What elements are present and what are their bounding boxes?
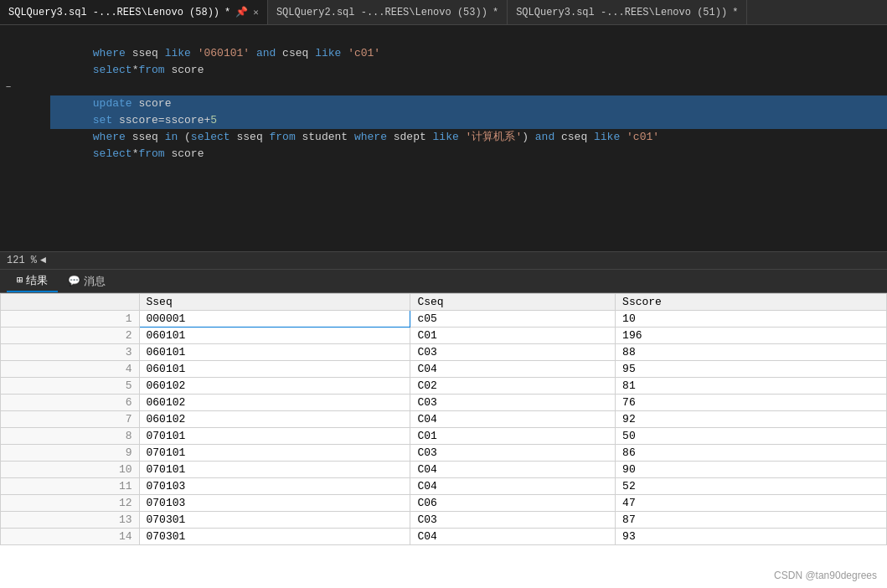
- data-cell: C04: [410, 478, 616, 495]
- data-cell: C04: [410, 411, 616, 428]
- message-icon: 💬: [68, 275, 80, 287]
- line-num-blank4: [17, 79, 44, 95]
- data-cell: 070101: [139, 445, 410, 462]
- row-number-cell: 10: [1, 462, 140, 478]
- table-row[interactable]: 3060101C0388: [1, 344, 887, 361]
- keyword-like2: like: [315, 47, 341, 59]
- table-row[interactable]: 7060102C0492: [1, 411, 887, 428]
- data-cell: 060102: [139, 378, 410, 395]
- data-cell: 86: [616, 445, 887, 462]
- zoom-bar: 121 % ◄: [0, 251, 887, 270]
- data-cell: 47: [616, 495, 887, 512]
- tab-sqlquery3-58[interactable]: SQLQuery3.sql -...REES\Lenovo (58)) * 📌 …: [0, 0, 268, 24]
- tab-messages[interactable]: 💬 消息: [58, 270, 116, 292]
- data-cell: C03: [410, 395, 616, 411]
- table-row[interactable]: 11070103C0452: [1, 478, 887, 495]
- tab-close-button[interactable]: ✕: [253, 7, 259, 18]
- data-cell: 070301: [139, 529, 410, 545]
- tab-sqlquery3-51[interactable]: SQLQuery3.sql -...REES\Lenovo (51)) *: [508, 0, 747, 24]
- num-5: 5: [210, 114, 217, 126]
- gutter-line-7: [0, 129, 17, 146]
- line-numbers: [17, 28, 50, 248]
- data-cell: 76: [616, 395, 887, 411]
- tab-bar: SQLQuery3.sql -...REES\Lenovo (58)) * 📌 …: [0, 0, 887, 25]
- data-cell: 196: [616, 328, 887, 344]
- line-num-blank6: [17, 112, 44, 129]
- row-number-cell: 12: [1, 495, 140, 512]
- keyword-set: set: [93, 114, 112, 126]
- scroll-left-button[interactable]: ◄: [40, 255, 46, 266]
- string-c01: 'c01': [348, 47, 380, 59]
- data-cell: 070301: [139, 512, 410, 529]
- table-row[interactable]: 8070101C0150: [1, 428, 887, 445]
- data-cell: C04: [410, 462, 616, 478]
- col-header-rownum: [1, 294, 140, 311]
- keyword-like4: like: [594, 131, 620, 143]
- gutter-collapse-icon[interactable]: −: [0, 79, 17, 95]
- data-cell: 10: [616, 311, 887, 328]
- data-cell: C03: [410, 445, 616, 462]
- data-cell: C04: [410, 361, 616, 378]
- code-line-5: set sscore=sscore+5: [50, 95, 887, 112]
- watermark: CSDN @tan90degrees: [774, 570, 877, 581]
- keyword-from3: from: [138, 147, 164, 160]
- data-cell: 92: [616, 411, 887, 428]
- keyword-from2: from: [269, 131, 295, 143]
- data-cell: 95: [616, 361, 887, 378]
- tab-label: SQLQuery2.sql -...REES\Lenovo (53)): [276, 7, 487, 18]
- line-num-blank5: [17, 95, 44, 112]
- tab-modified-icon: *: [224, 7, 230, 18]
- row-number-cell: 5: [1, 378, 140, 395]
- data-cell: 50: [616, 428, 887, 445]
- data-cell: C03: [410, 344, 616, 361]
- table-row[interactable]: 14070301C0493: [1, 529, 887, 545]
- results-section[interactable]: Sseq Cseq Sscore 1000001c05102060101C011…: [0, 293, 887, 588]
- table-row[interactable]: 6060102C0376: [1, 395, 887, 411]
- data-cell: C03: [410, 512, 616, 529]
- table-row[interactable]: 10070101C0490: [1, 462, 887, 478]
- row-number-cell: 4: [1, 361, 140, 378]
- table-row[interactable]: 4060101C0495: [1, 361, 887, 378]
- table-row[interactable]: 5060102C0281: [1, 378, 887, 395]
- data-cell: 90: [616, 462, 887, 478]
- tab-pin-icon[interactable]: 📌: [235, 6, 248, 18]
- gutter-line-6: [0, 112, 17, 129]
- code-editor[interactable]: where sseq like '060101' and cseq like '…: [50, 28, 887, 248]
- table-row[interactable]: 12070103C0647: [1, 495, 887, 512]
- data-cell: C06: [410, 495, 616, 512]
- row-number-cell: 3: [1, 344, 140, 361]
- tab-results[interactable]: ⊞ 结果: [7, 270, 58, 292]
- data-cell: 070103: [139, 478, 410, 495]
- tab-sqlquery2-53[interactable]: SQLQuery2.sql -...REES\Lenovo (53)) *: [268, 0, 508, 24]
- line-num-blank7: [17, 129, 44, 146]
- table-row[interactable]: 13070301C0387: [1, 512, 887, 529]
- code-line-4: update score: [50, 79, 887, 95]
- row-number-cell: 9: [1, 445, 140, 462]
- keyword-update: update: [93, 97, 132, 110]
- data-cell: 87: [616, 512, 887, 529]
- keyword-select3: select: [93, 147, 132, 160]
- col-header-cseq: Cseq: [410, 294, 616, 311]
- data-cell: 070101: [139, 462, 410, 478]
- data-cell: 000001: [139, 311, 410, 328]
- line-num-blank1: [17, 28, 44, 45]
- table-body: 1000001c05102060101C011963060101C0388406…: [1, 311, 887, 545]
- data-cell: 060101: [139, 344, 410, 361]
- grid-icon: ⊞: [17, 274, 23, 286]
- data-cell: 93: [616, 529, 887, 545]
- tab-messages-label: 消息: [84, 274, 106, 289]
- data-cell: 060101: [139, 361, 410, 378]
- row-number-cell: 1: [1, 311, 140, 328]
- data-cell: 070101: [139, 428, 410, 445]
- data-cell: 070103: [139, 495, 410, 512]
- row-number-cell: 14: [1, 529, 140, 545]
- table-row[interactable]: 1000001c0510: [1, 311, 887, 328]
- line-num-blank2: [17, 45, 44, 62]
- data-cell: 060101: [139, 328, 410, 344]
- keyword-like3: like: [433, 131, 459, 143]
- zoom-level: 121 %: [7, 255, 37, 266]
- table-row[interactable]: 9070101C0386: [1, 445, 887, 462]
- data-cell: C02: [410, 378, 616, 395]
- string-060101: '060101': [198, 47, 250, 59]
- table-row[interactable]: 2060101C01196: [1, 328, 887, 344]
